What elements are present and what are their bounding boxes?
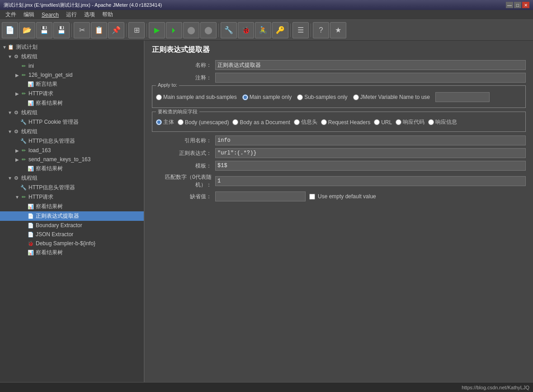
- minimize-button[interactable]: —: [506, 2, 513, 8]
- resp-body-text: 主体: [163, 118, 174, 126]
- template-button[interactable]: 🔑: [272, 22, 288, 38]
- resp-req-head-label[interactable]: Request Headers: [321, 119, 370, 126]
- tree-assert1[interactable]: 📊 断言结果: [0, 79, 144, 89]
- stop-run-button[interactable]: ⏵: [166, 22, 182, 38]
- help-button[interactable]: ?: [313, 22, 329, 38]
- tree-root[interactable]: ▼ 📋 测试计划: [0, 42, 144, 52]
- menu-search[interactable]: Search: [38, 11, 62, 19]
- menu-edit[interactable]: 编辑: [20, 10, 38, 19]
- resp-url-radio[interactable]: [374, 119, 380, 125]
- run-button[interactable]: ▶: [149, 22, 165, 38]
- tree-http1[interactable]: ▶ ✏ HTTP请求: [0, 89, 144, 98]
- use-empty-row: Use empty default value: [309, 193, 376, 200]
- menu-options[interactable]: 选项: [80, 10, 99, 19]
- expand-icon: ▼: [7, 110, 13, 115]
- expand-button[interactable]: ⊞: [128, 22, 145, 38]
- save-as-button[interactable]: 💾: [53, 22, 70, 38]
- new-button[interactable]: 📄: [2, 22, 18, 38]
- resp-info-head-radio[interactable]: [294, 119, 300, 125]
- tree-group1[interactable]: ▼ ⚙ 线程组: [0, 52, 144, 61]
- apply-main-sub-radio[interactable]: [156, 94, 162, 100]
- name-input[interactable]: [215, 60, 526, 70]
- apply-sub-radio[interactable]: [297, 94, 303, 100]
- cut-button[interactable]: ✂: [74, 22, 90, 38]
- resp-code-radio[interactable]: [396, 119, 401, 125]
- menu-run[interactable]: 运行: [62, 10, 80, 19]
- func-button[interactable]: 🚴: [255, 22, 271, 38]
- resp-body-radio[interactable]: [156, 119, 162, 125]
- tree-ini[interactable]: ✏ ini: [0, 61, 144, 70]
- resp-body-unescaped-radio[interactable]: [178, 119, 184, 125]
- tree-send163[interactable]: ▶ ✏ send_name_keys_to_163: [0, 155, 144, 164]
- ref-name-label: 引用名称：: [152, 137, 215, 145]
- tree-result3-label: 察看结果树: [36, 203, 63, 210]
- use-empty-checkbox[interactable]: [309, 194, 315, 200]
- comment-input[interactable]: [215, 73, 526, 83]
- response-section: 要检查的响应字段 主体 Body (unescaped) Body as a D…: [152, 112, 526, 132]
- tree-boundary-extractor[interactable]: 📄 Boundary Extractor: [0, 221, 144, 230]
- resp-msg-label[interactable]: 响应信息: [428, 118, 457, 126]
- resp-body-unescaped-label[interactable]: Body (unescaped): [178, 119, 229, 126]
- apply-jmeter-var-radio[interactable]: [353, 94, 359, 100]
- ref-name-input[interactable]: [215, 135, 526, 145]
- tree-load163[interactable]: ▶ ✏ load_163: [0, 146, 144, 155]
- resp-req-head-radio[interactable]: [321, 119, 327, 125]
- tree-group4[interactable]: ▼ ⚙ 线程组: [0, 173, 144, 183]
- match-num-input[interactable]: [215, 176, 526, 186]
- jmeter-var-input[interactable]: [435, 92, 490, 102]
- apply-jmeter-var-label[interactable]: JMeter Variable Name to use: [353, 94, 430, 100]
- default-input[interactable]: [215, 191, 306, 201]
- resp-body-label[interactable]: 主体: [156, 118, 174, 126]
- tree-header1[interactable]: 🔧 HTTP信息头管理器: [0, 136, 144, 146]
- tree-group3[interactable]: ▼ ⚙ 线程组: [0, 127, 144, 136]
- add-button[interactable]: 🔧: [221, 22, 237, 38]
- tree-result3[interactable]: 📊 察看结果树: [0, 202, 144, 211]
- tree-result2[interactable]: 📊 察看结果树: [0, 164, 144, 173]
- extra-button[interactable]: ★: [330, 22, 346, 38]
- resp-url-label[interactable]: URL: [374, 119, 392, 126]
- regex-input[interactable]: [215, 148, 526, 158]
- tree-result4[interactable]: 📊 察看结果树: [0, 248, 144, 257]
- apply-main-label[interactable]: Main sample only: [242, 94, 292, 100]
- resp-code-label[interactable]: 响应代码: [396, 118, 425, 126]
- sampler-icon: ✏: [20, 194, 27, 201]
- open-button[interactable]: 📂: [19, 22, 35, 38]
- resp-info-head-label[interactable]: 信息头: [294, 118, 317, 126]
- tree-result1-label: 察看结果树: [36, 99, 63, 107]
- resp-body-doc-label[interactable]: Body as a Document: [232, 119, 290, 126]
- paste-button[interactable]: 📌: [108, 22, 124, 38]
- tree-header2[interactable]: 🔧 HTTP信息头管理器: [0, 183, 144, 192]
- clear-button[interactable]: ⬤: [200, 22, 217, 38]
- menu-file[interactable]: 文件: [2, 10, 20, 19]
- menu-help[interactable]: 帮助: [99, 10, 117, 19]
- list-button[interactable]: ☰: [292, 22, 309, 38]
- title-bar: 测试计划.jmx (E:\jmxfiles\测试计划.jmx) - Apache…: [0, 0, 533, 10]
- tree-result1[interactable]: 📊 察看结果树: [0, 98, 144, 108]
- save-button[interactable]: 💾: [36, 22, 52, 38]
- close-button[interactable]: ✕: [522, 2, 529, 8]
- tree-group2[interactable]: ▼ ⚙ 线程组: [0, 108, 144, 117]
- apply-main-sub-label[interactable]: Main sample and sub-samples: [156, 94, 237, 100]
- tree-group4-label: 线程组: [21, 174, 38, 182]
- tree-cookie[interactable]: 🔧 HTTP Cookie 管理器: [0, 117, 144, 127]
- apply-main-radio[interactable]: [242, 94, 248, 100]
- tree-json-extractor[interactable]: 📄 JSON Extractor: [0, 230, 144, 239]
- tree-126login[interactable]: ▶ ✏ 126_login_get_sid: [0, 70, 144, 79]
- apply-jmeter-var-text: JMeter Variable Name to use: [360, 94, 430, 100]
- tree-header1-label: HTTP信息头管理器: [28, 137, 75, 145]
- resp-body-doc-radio[interactable]: [232, 119, 238, 125]
- tree-regex-extractor[interactable]: 📄 正则表达式提取器: [0, 211, 144, 221]
- debug-button[interactable]: 🐞: [238, 22, 254, 38]
- use-empty-label[interactable]: Use empty default value: [318, 193, 376, 200]
- sampler-icon: ✏: [20, 147, 27, 154]
- resp-msg-radio[interactable]: [428, 119, 434, 125]
- tree-http2[interactable]: ▼ ✏ HTTP请求: [0, 192, 144, 202]
- stop-button[interactable]: ⬤: [183, 22, 199, 38]
- default-row: 缺省值： Use empty default value: [152, 191, 526, 201]
- template-input[interactable]: [215, 161, 526, 171]
- config-icon: 🔧: [20, 184, 27, 191]
- maximize-button[interactable]: □: [514, 2, 521, 8]
- tree-debug-sampler[interactable]: 🐞 Debug Sampler-b-${info}: [0, 239, 144, 248]
- apply-sub-label[interactable]: Sub-samples only: [297, 94, 347, 100]
- copy-button[interactable]: 📋: [91, 22, 107, 38]
